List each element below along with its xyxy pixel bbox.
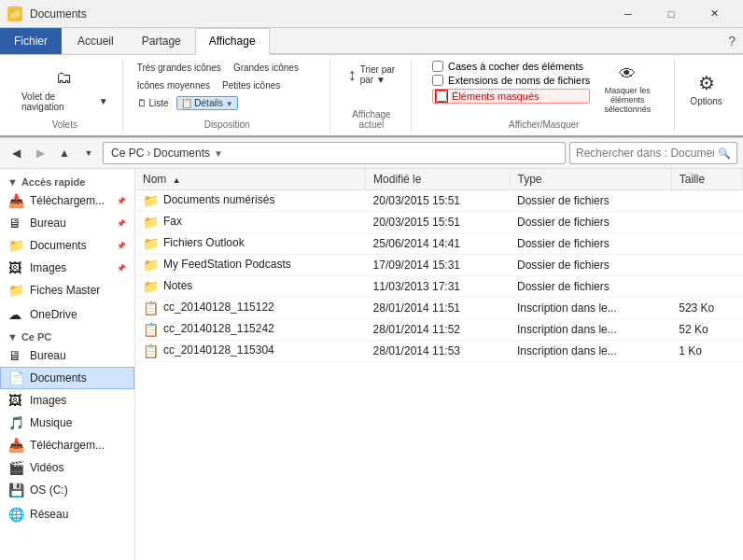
file-modified: 25/06/2014 14:41 [366, 233, 510, 255]
quick-access-header[interactable]: ▼ Accès rapide [0, 173, 134, 189]
file-modified: 20/03/2015 15:51 [366, 212, 510, 233]
file-name-cell: 📁My FeedStation Podcasts [135, 255, 366, 276]
tab-partage[interactable]: Partage [128, 28, 195, 54]
file-icon: 📁 [143, 236, 159, 251]
desktop-icon: 🖥 [8, 216, 25, 231]
telechargements-pc-label: Téléchargem... [30, 439, 126, 452]
back-button[interactable]: ◀ [6, 143, 26, 163]
path-documents: Documents [153, 147, 210, 160]
file-modified: 20/03/2015 15:51 [366, 190, 510, 212]
maximize-button[interactable]: □ [650, 0, 693, 28]
bureau-pc-label: Bureau [30, 349, 126, 362]
table-row[interactable]: 📋cc_20140128_115122 28/01/2014 11:51 Ins… [135, 298, 743, 319]
forward-button[interactable]: ▶ [30, 143, 50, 163]
window-controls[interactable]: ─ □ ✕ [607, 0, 736, 28]
tres-grandes-icones-btn[interactable]: Très grandes icônes [133, 61, 226, 75]
pin-icon: 📌 [117, 197, 126, 205]
file-name-cell: 📁Fichiers Outlook [135, 233, 366, 255]
grandes-icones-btn[interactable]: Grandes icônes [229, 61, 303, 75]
ribbon-group-affichage-actuel: ↕ Trier par par ▼ Affichage actuel [332, 59, 413, 132]
sidebar-item-images-pc[interactable]: 🖼 Images [0, 389, 134, 412]
file-type: Dossier de fichiers [510, 255, 671, 276]
sidebar-item-musique[interactable]: 🎵 Musique [0, 412, 134, 434]
sidebar-item-telechargements[interactable]: 📥 Téléchargem... 📌 [0, 189, 134, 212]
sidebar-item-onedrive[interactable]: ☁ OneDrive [0, 303, 134, 326]
col-nom[interactable]: Nom ▲ [135, 169, 366, 190]
sidebar-item-fiches-master[interactable]: 📁 Fiches Master [0, 279, 134, 301]
file-modified: 28/01/2014 11:52 [366, 319, 510, 341]
file-name-cell: 📁Notes [135, 276, 366, 298]
sidebar-item-bureau-qa[interactable]: 🖥 Bureau 📌 [0, 212, 134, 234]
search-icon: 🔍 [718, 147, 731, 160]
file-size [671, 255, 742, 276]
volet-navigation-button[interactable]: 🗂 Volet de navigation ▼ [15, 63, 115, 116]
file-type: Inscription dans le... [510, 319, 671, 341]
cases-cocher-checkbox[interactable]: Cases à cocher des éléments [432, 61, 590, 72]
search-input[interactable] [576, 147, 714, 160]
volet-icon: 🗂 [53, 67, 76, 90]
table-row[interactable]: 📁Notes 11/03/2013 17:31 Dossier de fichi… [135, 276, 743, 298]
close-button[interactable]: ✕ [693, 0, 736, 28]
file-type: Inscription dans le... [510, 298, 671, 319]
petites-icones-btn[interactable]: Petites icônes [217, 78, 285, 92]
ce-pc-arrow: ▼ [7, 331, 18, 343]
extensions-checkbox[interactable]: Extensions de noms de fichiers [432, 75, 590, 86]
quick-access-arrow: ▼ [7, 176, 18, 188]
trier-par-button[interactable]: ↕ Trier par par ▼ [342, 61, 401, 89]
sidebar-item-documents-qa[interactable]: 📁 Documents 📌 [0, 234, 134, 257]
sidebar-item-videos[interactable]: 🎬 Vidéos [0, 456, 134, 479]
minimize-button[interactable]: ─ [607, 0, 650, 28]
col-taille[interactable]: Taille [671, 169, 742, 190]
masquer-elements-button[interactable]: 👁 Masquer les éléments sélectionnés [599, 61, 655, 118]
elements-masques-label: Éléments masqués [452, 91, 540, 102]
options-button[interactable]: ⚙ Options [683, 68, 728, 110]
file-size: 523 Ko [671, 298, 742, 319]
elements-masques-checkbox[interactable]: Éléments masqués [432, 89, 590, 104]
col-type[interactable]: Type [510, 169, 671, 190]
file-name-cell: 📁Fax [135, 212, 366, 233]
bureau-pc-icon: 🖥 [8, 348, 25, 363]
table-row[interactable]: 📋cc_20140128_115242 28/01/2014 11:52 Ins… [135, 319, 743, 341]
table-row[interactable]: 📁Fax 20/03/2015 15:51 Dossier de fichier… [135, 212, 743, 233]
sidebar-item-documents-pc[interactable]: 📄 Documents [0, 367, 134, 389]
file-icon: 📋 [143, 343, 159, 358]
tab-fichier[interactable]: Fichier [0, 28, 62, 54]
file-list[interactable]: Nom ▲ Modifié le Type Taille 📁Documents … [135, 169, 743, 560]
tab-accueil[interactable]: Accueil [63, 28, 128, 54]
col-modifie[interactable]: Modifié le [366, 169, 510, 190]
sidebar-item-images-qa[interactable]: 🖼 Images 📌 [0, 257, 134, 279]
pin-icon-4: 📌 [117, 264, 126, 273]
liste-btn[interactable]: 🗒 Liste [133, 96, 174, 110]
tab-affichage[interactable]: Affichage [195, 28, 270, 55]
file-size [671, 212, 742, 233]
file-type: Dossier de fichiers [510, 276, 671, 298]
sidebar-quick-access: ▼ Accès rapide 📥 Téléchargem... 📌 🖥 Bure… [0, 173, 134, 301]
table-row[interactable]: 📁Fichiers Outlook 25/06/2014 14:41 Dossi… [135, 233, 743, 255]
documents-pc-label: Documents [30, 371, 126, 385]
table-row[interactable]: 📋cc_20140128_115304 28/01/2014 11:53 Ins… [135, 341, 743, 362]
search-box[interactable]: 🔍 [569, 142, 737, 164]
ce-pc-header[interactable]: ▼ Ce PC [0, 328, 134, 344]
sidebar-item-bureau-pc[interactable]: 🖥 Bureau [0, 344, 134, 367]
table-row[interactable]: 📁My FeedStation Podcasts 17/09/2014 15:3… [135, 255, 743, 276]
file-type: Dossier de fichiers [510, 190, 671, 212]
table-row[interactable]: 📁Documents numérisés 20/03/2015 15:51 Do… [135, 190, 743, 212]
sidebar-item-telechargements-pc[interactable]: 📥 Téléchargem... [0, 434, 134, 456]
pin-icon-3: 📌 [117, 242, 126, 250]
sidebar-item-os-c[interactable]: 💾 OS (C:) [0, 479, 134, 501]
telechargements-pc-icon: 📥 [8, 438, 25, 453]
reseau-icon: 🌐 [8, 507, 25, 522]
sidebar-item-reseau[interactable]: 🌐 Réseau [0, 503, 134, 525]
up-button[interactable]: ▲ [54, 143, 75, 163]
file-type: Inscription dans le... [510, 341, 671, 362]
ribbon-tabs: Fichier Accueil Partage Affichage ? [0, 28, 743, 55]
afficher-masquer-label: Afficher/Masquer [509, 119, 579, 130]
help-button[interactable]: ? [721, 28, 743, 54]
recent-locations-button[interactable]: ▼ [78, 143, 99, 163]
ribbon-group-options: ⚙ Options opt [677, 59, 736, 132]
icones-moyennes-btn[interactable]: Icônes moyennes [133, 78, 215, 92]
address-path[interactable]: Ce PC › Documents ▼ [103, 142, 566, 164]
details-btn[interactable]: 📋 Détails ▼ [176, 96, 238, 110]
trier-icon: ↕ [348, 65, 357, 85]
sidebar-item-bureau-qa-label: Bureau [30, 217, 110, 230]
